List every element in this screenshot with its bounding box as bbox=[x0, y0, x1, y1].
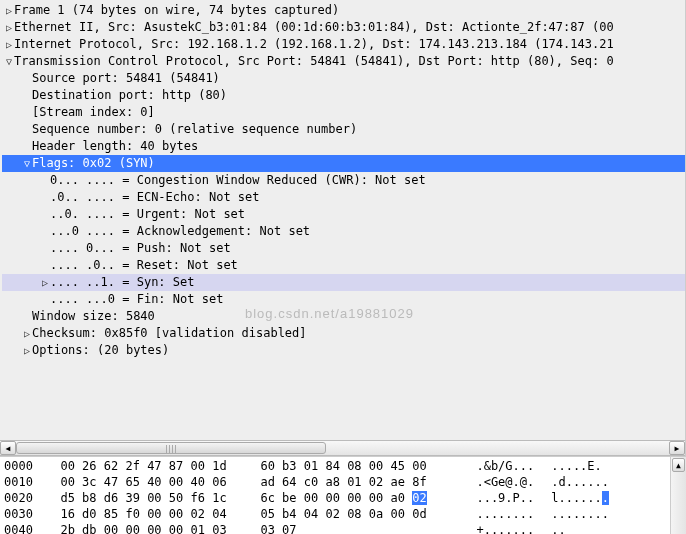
ack-row[interactable]: ...0 .... = Acknowledgement: Not set bbox=[2, 223, 685, 240]
hex-ascii-highlight: . bbox=[602, 491, 609, 505]
syn-label: .... ..1. = Syn: Set bbox=[50, 274, 195, 291]
hex-offset: 0040 bbox=[4, 523, 46, 534]
tcp-row[interactable]: ▽ Transmission Control Protocol, Src Por… bbox=[2, 53, 685, 70]
hex-row[interactable]: 0030 16 d0 85 f0 00 00 02 04 05 b4 04 02… bbox=[4, 507, 682, 523]
cwr-row[interactable]: 0... .... = Congestion Window Reduced (C… bbox=[2, 172, 685, 189]
hex-ascii: l....... bbox=[544, 491, 609, 507]
dst-port-label: Destination port: http (80) bbox=[32, 87, 227, 104]
hex-bytes: 00 26 62 2f 47 87 00 1d bbox=[46, 459, 246, 475]
expand-icon[interactable]: ▷ bbox=[40, 274, 50, 291]
hex-ascii: +....... bbox=[462, 523, 544, 534]
seq-row[interactable]: Sequence number: 0 (relative sequence nu… bbox=[2, 121, 685, 138]
ip-row[interactable]: ▷ Internet Protocol, Src: 192.168.1.2 (1… bbox=[2, 36, 685, 53]
hex-bytes: 16 d0 85 f0 00 00 02 04 bbox=[46, 507, 246, 523]
hex-ascii: ........ bbox=[544, 507, 609, 523]
hdrlen-row[interactable]: Header length: 40 bytes bbox=[2, 138, 685, 155]
hex-row[interactable]: 0000 00 26 62 2f 47 87 00 1d 60 b3 01 84… bbox=[4, 459, 682, 475]
ecn-label: .0.. .... = ECN-Echo: Not set bbox=[50, 189, 260, 206]
scroll-left-icon[interactable]: ◀ bbox=[0, 441, 16, 455]
dst-port-row[interactable]: Destination port: http (80) bbox=[2, 87, 685, 104]
expand-icon[interactable]: ▷ bbox=[4, 2, 14, 19]
hex-ascii: ...9.P.. bbox=[462, 491, 544, 507]
hex-offset: 0010 bbox=[4, 475, 46, 491]
checksum-row[interactable]: ▷ Checksum: 0x85f0 [validation disabled] bbox=[2, 325, 685, 342]
ack-label: ...0 .... = Acknowledgement: Not set bbox=[50, 223, 310, 240]
hex-ascii: .<Ge@.@. bbox=[462, 475, 544, 491]
expand-icon[interactable]: ▷ bbox=[22, 325, 32, 342]
scroll-track[interactable] bbox=[16, 441, 669, 455]
hex-offset: 0000 bbox=[4, 459, 46, 475]
ecn-row[interactable]: .0.. .... = ECN-Echo: Not set bbox=[2, 189, 685, 206]
hex-row[interactable]: 0040 2b db 00 00 00 00 01 03 03 07 +....… bbox=[4, 523, 682, 534]
vertical-scrollbar[interactable]: ▲ ▼ bbox=[670, 457, 686, 534]
hex-bytes: 6c be 00 00 00 00 a0 02 bbox=[246, 491, 462, 507]
tcp-label: Transmission Control Protocol, Src Port:… bbox=[14, 53, 614, 70]
hex-bytes: 2b db 00 00 00 00 01 03 bbox=[46, 523, 246, 534]
frame-row[interactable]: ▷ Frame 1 (74 bytes on wire, 74 bytes ca… bbox=[2, 2, 685, 19]
urg-label: ..0. .... = Urgent: Not set bbox=[50, 206, 245, 223]
proto-tree: ▷ Frame 1 (74 bytes on wire, 74 bytes ca… bbox=[0, 0, 685, 361]
options-label: Options: (20 bytes) bbox=[32, 342, 169, 359]
frame-label: Frame 1 (74 bytes on wire, 74 bytes capt… bbox=[14, 2, 339, 19]
seq-label: Sequence number: 0 (relative sequence nu… bbox=[32, 121, 357, 138]
options-row[interactable]: ▷ Options: (20 bytes) bbox=[2, 342, 685, 359]
hex-ascii: .d...... bbox=[544, 475, 609, 491]
hex-ascii: ........ bbox=[462, 507, 544, 523]
reset-row[interactable]: .... .0.. = Reset: Not set bbox=[2, 257, 685, 274]
hex-offset: 0030 bbox=[4, 507, 46, 523]
expand-icon[interactable]: ▷ bbox=[22, 342, 32, 359]
hex-highlight: 02 bbox=[412, 491, 426, 505]
syn-row[interactable]: ▷ .... ..1. = Syn: Set bbox=[2, 274, 685, 291]
hex-bytes: 03 07 bbox=[246, 523, 462, 534]
hex-bytes: ad 64 c0 a8 01 02 ae 8f bbox=[246, 475, 462, 491]
hex-offset: 0020 bbox=[4, 491, 46, 507]
winsize-row[interactable]: Window size: 5840 bbox=[2, 308, 685, 325]
push-row[interactable]: .... 0... = Push: Not set bbox=[2, 240, 685, 257]
hex-row[interactable]: 0020 d5 b8 d6 39 00 50 f6 1c 6c be 00 00… bbox=[4, 491, 682, 507]
src-port-row[interactable]: Source port: 54841 (54841) bbox=[2, 70, 685, 87]
flags-label: Flags: 0x02 (SYN) bbox=[32, 155, 155, 172]
scroll-track[interactable] bbox=[671, 473, 686, 534]
expand-icon[interactable]: ▷ bbox=[4, 19, 14, 36]
ethernet-label: Ethernet II, Src: AsustekC_b3:01:84 (00:… bbox=[14, 19, 614, 36]
ethernet-row[interactable]: ▷ Ethernet II, Src: AsustekC_b3:01:84 (0… bbox=[2, 19, 685, 36]
scroll-thumb[interactable] bbox=[16, 442, 326, 454]
hex-bytes: 05 b4 04 02 08 0a 00 0d bbox=[246, 507, 462, 523]
src-port-label: Source port: 54841 (54841) bbox=[32, 70, 220, 87]
stream-index-row[interactable]: [Stream index: 0] bbox=[2, 104, 685, 121]
checksum-label: Checksum: 0x85f0 [validation disabled] bbox=[32, 325, 307, 342]
hex-rows: 0000 00 26 62 2f 47 87 00 1d 60 b3 01 84… bbox=[4, 459, 682, 534]
horizontal-scrollbar[interactable]: ◀ ▶ bbox=[0, 440, 685, 456]
packet-details-pane[interactable]: ▷ Frame 1 (74 bytes on wire, 74 bytes ca… bbox=[0, 0, 686, 456]
collapse-icon[interactable]: ▽ bbox=[22, 155, 32, 172]
expand-icon[interactable]: ▷ bbox=[4, 36, 14, 53]
hex-ascii: .....E. bbox=[544, 459, 602, 475]
hex-bytes: 00 3c 47 65 40 00 40 06 bbox=[46, 475, 246, 491]
collapse-icon[interactable]: ▽ bbox=[4, 53, 14, 70]
flags-row[interactable]: ▽ Flags: 0x02 (SYN) bbox=[2, 155, 685, 172]
push-label: .... 0... = Push: Not set bbox=[50, 240, 231, 257]
hex-ascii: .&b/G... bbox=[462, 459, 544, 475]
hex-ascii: .. bbox=[544, 523, 566, 534]
hdrlen-label: Header length: 40 bytes bbox=[32, 138, 198, 155]
scroll-right-icon[interactable]: ▶ bbox=[669, 441, 685, 455]
hex-row[interactable]: 0010 00 3c 47 65 40 00 40 06 ad 64 c0 a8… bbox=[4, 475, 682, 491]
hex-dump-pane[interactable]: 0000 00 26 62 2f 47 87 00 1d 60 b3 01 84… bbox=[0, 456, 686, 534]
winsize-label: Window size: 5840 bbox=[32, 308, 155, 325]
fin-row[interactable]: .... ...0 = Fin: Not set bbox=[2, 291, 685, 308]
hex-bytes: 60 b3 01 84 08 00 45 00 bbox=[246, 459, 462, 475]
cwr-label: 0... .... = Congestion Window Reduced (C… bbox=[50, 172, 426, 189]
stream-index-label: [Stream index: 0] bbox=[32, 104, 155, 121]
ip-label: Internet Protocol, Src: 192.168.1.2 (192… bbox=[14, 36, 614, 53]
scroll-up-icon[interactable]: ▲ bbox=[672, 458, 685, 472]
reset-label: .... .0.. = Reset: Not set bbox=[50, 257, 238, 274]
urg-row[interactable]: ..0. .... = Urgent: Not set bbox=[2, 206, 685, 223]
fin-label: .... ...0 = Fin: Not set bbox=[50, 291, 223, 308]
hex-bytes: d5 b8 d6 39 00 50 f6 1c bbox=[46, 491, 246, 507]
